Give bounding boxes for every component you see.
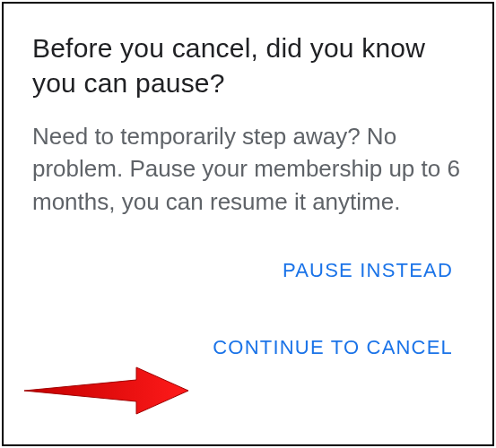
dialog-actions: PAUSE INSTEAD CONTINUE TO CANCEL bbox=[32, 254, 464, 365]
dialog-body: Need to temporarily step away? No proble… bbox=[32, 120, 464, 218]
cancel-pause-dialog: Before you cancel, did you know you can … bbox=[2, 2, 494, 446]
dialog-title: Before you cancel, did you know you can … bbox=[32, 30, 464, 100]
continue-to-cancel-button[interactable]: CONTINUE TO CANCEL bbox=[209, 331, 457, 365]
pause-instead-button[interactable]: PAUSE INSTEAD bbox=[279, 254, 457, 288]
annotation-arrow-icon bbox=[20, 364, 190, 418]
